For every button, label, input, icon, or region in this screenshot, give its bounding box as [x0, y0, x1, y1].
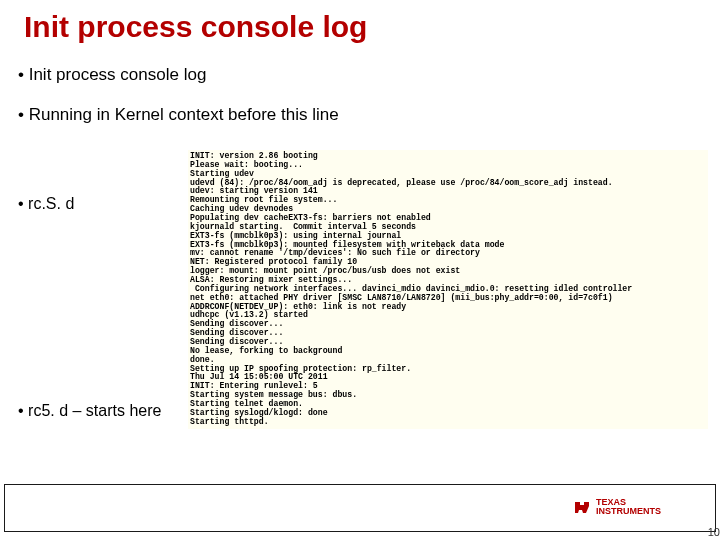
footer-bar: TEXAS INSTRUMENTS	[4, 484, 716, 532]
ti-chip-icon	[572, 497, 592, 517]
ti-text-line2: INSTRUMENTS	[596, 506, 661, 516]
label-rc5: rc5. d – starts here	[18, 400, 161, 422]
slide-title: Init process console log	[24, 10, 367, 44]
ti-logo: TEXAS INSTRUMENTS	[572, 497, 661, 517]
bullet-item: Running in Kernel context before this li…	[18, 102, 698, 128]
bullet-item: Init process console log	[18, 62, 698, 88]
ti-logo-text: TEXAS INSTRUMENTS	[596, 498, 661, 516]
page-number-fragment: 10	[708, 526, 720, 538]
bullet-list: Init process console log Running in Kern…	[18, 62, 698, 141]
label-rcS: rc.S. d	[18, 195, 74, 213]
slide: Init process console log Init process co…	[0, 0, 720, 540]
console-log-block: INIT: version 2.86 booting Please wait: …	[188, 150, 708, 429]
